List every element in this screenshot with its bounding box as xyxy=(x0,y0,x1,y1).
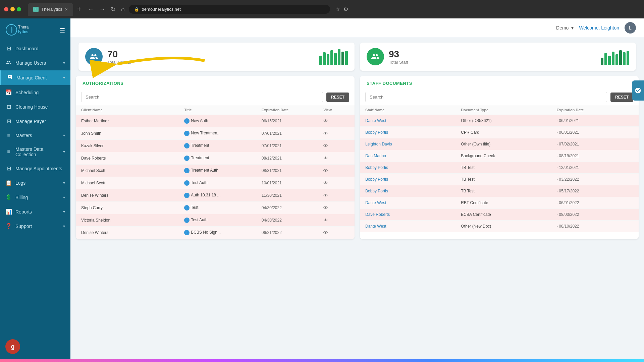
sidebar-logo: Thera lytics ☰ xyxy=(0,18,70,41)
gradient-footer xyxy=(0,359,644,362)
tab-title: Theralytics xyxy=(41,7,62,12)
staff-expiry: · 06/01/2021 xyxy=(557,130,633,135)
sidebar-item-manage-payer[interactable]: ⊟ Manage Payer xyxy=(0,114,70,128)
auth-col-view: View xyxy=(323,108,349,112)
sidebar-item-masters-data[interactable]: ≡ Masters Data Collection ▾ xyxy=(0,142,70,161)
staff-name[interactable]: Dante West xyxy=(365,118,461,123)
demo-selector[interactable]: Demo ▾ xyxy=(556,25,574,31)
authorizations-panel: AUTHORIZATIONS RESET Client Name Title E… xyxy=(76,76,355,239)
chart-bar xyxy=(627,51,629,65)
view-eye-icon[interactable]: 👁 xyxy=(323,143,349,148)
table-row: Dave Roberts iTreatment 08/12/2021 👁 xyxy=(76,152,355,165)
view-eye-icon[interactable]: 👁 xyxy=(323,168,349,173)
minimize-dot[interactable] xyxy=(10,7,15,11)
sidebar-item-logs[interactable]: 📋 Logs ▾ xyxy=(0,176,70,190)
close-tab-button[interactable]: × xyxy=(65,7,68,12)
manage-client-icon xyxy=(6,74,13,81)
staff-name[interactable]: Bobby Portis xyxy=(365,189,461,193)
masters-icon: ≡ xyxy=(5,132,12,138)
auth-client-name: Michael Scott xyxy=(81,168,184,173)
view-eye-icon[interactable]: 👁 xyxy=(323,205,349,210)
staff-name[interactable]: Dan Marino xyxy=(365,154,461,158)
forward-button[interactable]: → xyxy=(98,4,107,14)
chart-bar xyxy=(619,50,622,65)
lock-icon: 🔒 xyxy=(134,7,139,12)
clients-icon-circle xyxy=(85,48,103,65)
sidebar-label-clearing-house: Clearing House xyxy=(15,104,65,110)
logs-icon: 📋 xyxy=(5,180,12,186)
staff-name[interactable]: Dave Roberts xyxy=(365,212,461,217)
auth-title: iTreatment xyxy=(184,156,261,161)
maximize-dot[interactable] xyxy=(17,7,21,11)
staff-reset-button[interactable]: RESET xyxy=(610,93,633,102)
table-row: Victoria Sheldon iTest Auth 04/30/2022 👁 xyxy=(76,214,355,227)
staff-name[interactable]: Dante West xyxy=(365,224,461,229)
sidebar-item-billing[interactable]: 💲 Billing ▾ xyxy=(0,190,70,204)
auth-expiry: 08/12/2021 xyxy=(262,156,323,161)
total-clients-label: Total Clients xyxy=(107,60,131,65)
reports-icon: 📊 xyxy=(5,208,12,215)
hamburger-menu[interactable]: ☰ xyxy=(60,27,65,34)
sidebar-item-dashboard[interactable]: ⊞ Dashboard xyxy=(0,41,70,56)
sidebar-item-clearing-house[interactable]: ⊞ Clearing House xyxy=(0,100,70,114)
table-row: Michael Scott iTest Auth 10/01/2021 👁 xyxy=(76,177,355,189)
sidebar-item-scheduling[interactable]: 📅 Scheduling xyxy=(0,85,70,100)
table-row: Denise Winters iAuth 10.31.18 ... 11/30/… xyxy=(76,189,355,202)
side-user-icon xyxy=(632,80,644,101)
info-icon: i xyxy=(184,156,190,161)
view-eye-icon[interactable]: 👁 xyxy=(323,180,349,186)
chart-bar xyxy=(601,58,603,65)
view-eye-icon[interactable]: 👁 xyxy=(323,131,349,136)
staff-col-doctype: Document Type xyxy=(461,108,556,112)
staff-search-row: RESET xyxy=(360,89,639,105)
header-user-avatar[interactable]: L xyxy=(625,22,636,34)
auth-client-name: Victoria Sheldon xyxy=(81,218,184,223)
staff-name[interactable]: Bobby Portis xyxy=(365,165,461,170)
sidebar-item-manage-client[interactable]: Manage Client ▾ xyxy=(0,70,70,85)
view-eye-icon[interactable]: 👁 xyxy=(323,118,349,124)
auth-reset-button[interactable]: RESET xyxy=(326,93,349,102)
staff-name[interactable]: Bobby Portis xyxy=(365,177,461,182)
browser-tab[interactable]: T Theralytics × xyxy=(28,3,73,16)
auth-expiry: 04/30/2022 xyxy=(262,218,323,223)
view-eye-icon[interactable]: 👁 xyxy=(323,156,349,161)
sidebar-item-support[interactable]: ❓ Support ▾ xyxy=(0,219,70,233)
total-clients-number: 70 xyxy=(107,49,131,60)
total-staff-label: Total Staff xyxy=(389,60,408,65)
info-icon: i xyxy=(184,218,190,223)
info-icon: i xyxy=(184,193,190,198)
staff-numbers: 93 Total Staff xyxy=(389,49,408,65)
sidebar-label-scheduling: Scheduling xyxy=(15,90,65,95)
staff-search-input[interactable] xyxy=(365,92,607,102)
info-icon: i xyxy=(184,180,190,186)
staff-name[interactable]: Bobby Portis xyxy=(365,130,461,135)
user-avatar-section: g xyxy=(0,334,70,359)
sidebar-item-reports[interactable]: 📊 Reports ▾ xyxy=(0,204,70,219)
logs-chevron-icon: ▾ xyxy=(63,181,65,185)
staff-name[interactable]: Dante West xyxy=(365,200,461,205)
view-eye-icon[interactable]: 👁 xyxy=(323,193,349,198)
tab-favicon: T xyxy=(33,7,39,12)
sidebar-item-masters[interactable]: ≡ Masters ▾ xyxy=(0,128,70,142)
close-dot[interactable] xyxy=(4,7,8,11)
auth-title: iNew Treatmen... xyxy=(184,131,261,136)
home-button[interactable]: ⌂ xyxy=(120,4,126,14)
view-eye-icon[interactable]: 👁 xyxy=(323,230,349,235)
back-button[interactable]: ← xyxy=(87,4,95,14)
staff-documents-panel: STAFF DOCUMENTS RESET Staff Name Documen… xyxy=(360,76,639,239)
widget-staff-info: 93 Total Staff xyxy=(367,48,408,65)
star-icon[interactable]: ☆ xyxy=(335,6,340,12)
sidebar-label-reports: Reports xyxy=(15,209,60,215)
address-bar[interactable]: 🔒 demo.theralytics.net xyxy=(129,5,330,14)
auth-client-name: Denise Winters xyxy=(81,193,184,198)
staff-name[interactable]: Leighton Davis xyxy=(365,142,461,146)
user-avatar: g xyxy=(5,339,20,354)
new-tab-button[interactable]: + xyxy=(77,5,81,13)
view-eye-icon[interactable]: 👁 xyxy=(323,218,349,223)
sidebar-item-manage-users[interactable]: Manage Users ▾ xyxy=(0,56,70,70)
sidebar-item-manage-appointments[interactable]: ⊟ Manage Appointments xyxy=(0,161,70,176)
extensions-icon[interactable]: ⚙ xyxy=(343,6,348,12)
auth-search-input[interactable] xyxy=(81,92,323,102)
auth-client-name: Esther Martinez xyxy=(81,119,184,123)
refresh-button[interactable]: ↻ xyxy=(109,4,117,14)
